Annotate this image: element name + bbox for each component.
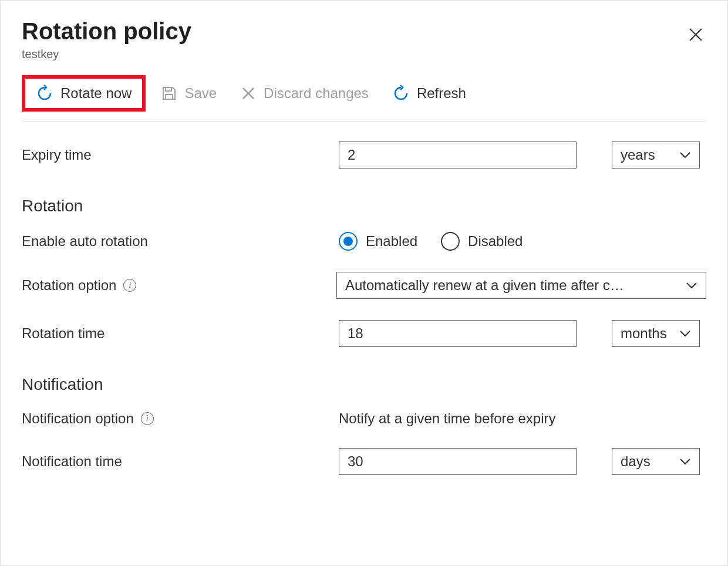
- rotation-option-value: Automatically renew at a given time afte…: [345, 277, 624, 294]
- page-title: Rotation policy: [22, 17, 706, 45]
- info-icon[interactable]: i: [141, 412, 154, 425]
- rotate-now-highlight: Rotate now: [22, 75, 146, 112]
- rotation-time-input[interactable]: [339, 320, 577, 347]
- panel-header: Rotation policy testkey: [22, 17, 706, 61]
- rotation-option-row: Rotation option i Automatically renew at…: [22, 272, 706, 299]
- close-icon: [688, 27, 703, 42]
- refresh-button[interactable]: Refresh: [384, 80, 474, 107]
- page-subtitle: testkey: [22, 48, 706, 61]
- auto-rotation-enabled-radio[interactable]: Enabled: [339, 232, 417, 251]
- discard-label: Discard changes: [264, 85, 369, 102]
- save-label: Save: [184, 85, 217, 102]
- expiry-time-unit-value: years: [621, 147, 655, 163]
- discard-button: Discard changes: [232, 80, 377, 106]
- notification-time-input[interactable]: [339, 448, 577, 475]
- chevron-down-icon: [679, 330, 691, 337]
- chevron-down-icon: [686, 282, 697, 289]
- disabled-radio-label: Disabled: [468, 233, 523, 250]
- enable-auto-rotation-row: Enable auto rotation Enabled Disabled: [22, 232, 706, 251]
- expiry-time-unit-select[interactable]: years: [612, 142, 700, 169]
- rotation-option-select[interactable]: Automatically renew at a given time afte…: [336, 272, 706, 299]
- rotation-time-unit-value: months: [621, 325, 667, 342]
- rotate-now-button[interactable]: Rotate now: [28, 80, 140, 107]
- refresh-label: Refresh: [417, 85, 466, 102]
- close-button[interactable]: [685, 24, 706, 45]
- chevron-down-icon: [679, 151, 691, 159]
- rotation-time-unit-select[interactable]: months: [612, 320, 700, 347]
- expiry-time-label: Expiry time: [22, 147, 339, 163]
- notification-time-label: Notification time: [22, 453, 339, 470]
- auto-rotation-radio-group: Enabled Disabled: [339, 232, 523, 251]
- expiry-time-input[interactable]: [339, 142, 577, 169]
- expiry-time-row: Expiry time years: [22, 142, 706, 169]
- rotate-icon: [36, 85, 53, 102]
- notification-time-unit-value: days: [621, 453, 651, 470]
- enabled-radio-label: Enabled: [366, 233, 417, 250]
- notification-time-row: Notification time days: [22, 448, 706, 475]
- info-icon[interactable]: i: [123, 279, 136, 292]
- notification-option-label: Notification option i: [22, 410, 339, 427]
- notification-option-row: Notification option i Notify at a given …: [22, 410, 706, 427]
- rotation-option-label: Rotation option i: [22, 277, 336, 294]
- notification-time-unit-select[interactable]: days: [612, 448, 700, 475]
- chevron-down-icon: [679, 458, 691, 465]
- rotate-now-label: Rotate now: [60, 85, 132, 102]
- rotation-section-title: Rotation: [22, 197, 706, 215]
- rotation-time-row: Rotation time months: [22, 320, 706, 347]
- notification-section-title: Notification: [22, 375, 706, 394]
- discard-icon: [240, 85, 257, 102]
- save-button: Save: [153, 80, 225, 106]
- notification-option-value: Notify at a given time before expiry: [339, 410, 556, 427]
- rotation-time-label: Rotation time: [22, 325, 339, 342]
- command-bar: Rotate now Save Discard changes Refresh: [22, 75, 706, 122]
- enable-auto-rotation-label: Enable auto rotation: [22, 233, 339, 250]
- auto-rotation-disabled-radio[interactable]: Disabled: [441, 232, 523, 251]
- radio-unselected-icon: [441, 232, 460, 251]
- refresh-icon: [392, 85, 410, 102]
- radio-selected-icon: [339, 232, 358, 251]
- save-icon: [161, 85, 177, 102]
